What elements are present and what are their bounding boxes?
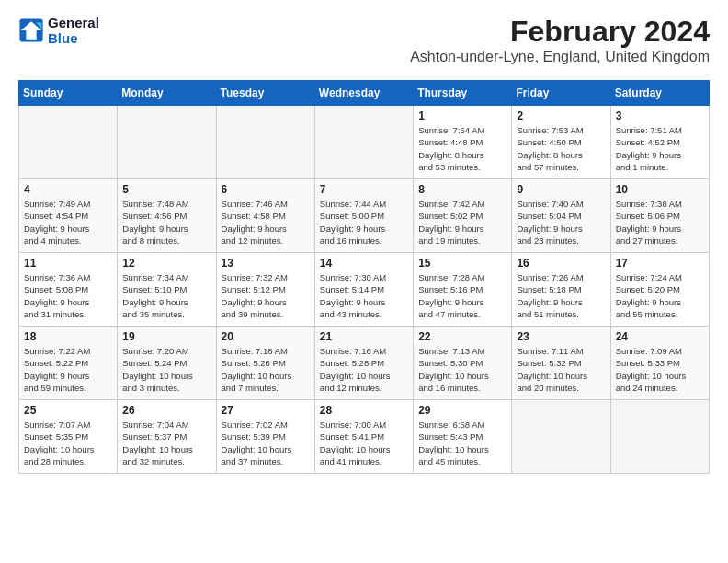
day-info: Sunrise: 7:09 AMSunset: 5:33 PMDaylight:… xyxy=(616,345,704,394)
day-info: Sunrise: 7:51 AMSunset: 4:52 PMDaylight:… xyxy=(616,124,704,173)
day-number: 5 xyxy=(122,183,210,196)
day-info: Sunrise: 7:38 AMSunset: 5:06 PMDaylight:… xyxy=(616,198,704,247)
calendar-cell: 6Sunrise: 7:46 AMSunset: 4:58 PMDaylight… xyxy=(216,179,314,253)
day-info: Sunrise: 7:48 AMSunset: 4:56 PMDaylight:… xyxy=(122,198,210,247)
week-row-1: 1Sunrise: 7:54 AMSunset: 4:48 PMDaylight… xyxy=(19,106,710,179)
logo-text: General Blue xyxy=(48,15,99,46)
calendar-title: February 2024 xyxy=(410,15,710,49)
day-info: Sunrise: 6:58 AMSunset: 5:43 PMDaylight:… xyxy=(418,419,506,467)
calendar-cell: 13Sunrise: 7:32 AMSunset: 5:12 PMDayligh… xyxy=(216,253,314,327)
day-info: Sunrise: 7:04 AMSunset: 5:37 PMDaylight:… xyxy=(122,419,210,467)
day-number: 27 xyxy=(222,404,310,417)
calendar-cell xyxy=(216,106,314,179)
day-info: Sunrise: 7:46 AMSunset: 4:58 PMDaylight:… xyxy=(222,198,310,247)
calendar-table: SundayMondayTuesdayWednesdayThursdayFrid… xyxy=(18,80,710,474)
calendar-cell: 22Sunrise: 7:13 AMSunset: 5:30 PMDayligh… xyxy=(414,327,512,400)
day-info: Sunrise: 7:36 AMSunset: 5:08 PMDaylight:… xyxy=(24,271,112,320)
calendar-cell xyxy=(118,106,216,179)
day-info: Sunrise: 7:07 AMSunset: 5:35 PMDaylight:… xyxy=(24,419,112,467)
calendar-cell: 21Sunrise: 7:16 AMSunset: 5:28 PMDayligh… xyxy=(314,327,413,400)
calendar-cell: 1Sunrise: 7:54 AMSunset: 4:48 PMDaylight… xyxy=(414,106,512,179)
calendar-cell: 29Sunrise: 6:58 AMSunset: 5:43 PMDayligh… xyxy=(414,400,512,474)
calendar-cell: 4Sunrise: 7:49 AMSunset: 4:54 PMDaylight… xyxy=(19,179,118,253)
col-header-sunday: Sunday xyxy=(19,81,118,106)
day-number: 16 xyxy=(517,257,605,270)
col-header-monday: Monday xyxy=(118,81,216,106)
day-number: 22 xyxy=(418,330,506,343)
day-number: 12 xyxy=(122,257,210,270)
calendar-cell: 16Sunrise: 7:26 AMSunset: 5:18 PMDayligh… xyxy=(512,253,610,327)
day-number: 24 xyxy=(616,330,704,343)
day-number: 23 xyxy=(517,330,605,343)
day-number: 25 xyxy=(24,404,112,417)
calendar-cell: 12Sunrise: 7:34 AMSunset: 5:10 PMDayligh… xyxy=(118,253,216,327)
calendar-cell: 5Sunrise: 7:48 AMSunset: 4:56 PMDaylight… xyxy=(118,179,216,253)
day-number: 29 xyxy=(418,404,506,417)
day-number: 3 xyxy=(616,109,704,122)
calendar-cell: 25Sunrise: 7:07 AMSunset: 5:35 PMDayligh… xyxy=(19,400,118,474)
day-number: 7 xyxy=(320,183,408,196)
calendar-cell: 15Sunrise: 7:28 AMSunset: 5:16 PMDayligh… xyxy=(414,253,512,327)
calendar-cell xyxy=(512,400,610,474)
day-number: 19 xyxy=(122,330,210,343)
day-info: Sunrise: 7:32 AMSunset: 5:12 PMDaylight:… xyxy=(222,271,310,320)
week-row-3: 11Sunrise: 7:36 AMSunset: 5:08 PMDayligh… xyxy=(19,253,710,327)
day-info: Sunrise: 7:30 AMSunset: 5:14 PMDaylight:… xyxy=(320,271,408,320)
day-number: 2 xyxy=(517,109,605,122)
day-number: 18 xyxy=(24,330,112,343)
day-info: Sunrise: 7:42 AMSunset: 5:02 PMDaylight:… xyxy=(418,198,506,247)
calendar-cell: 23Sunrise: 7:11 AMSunset: 5:32 PMDayligh… xyxy=(512,327,610,400)
calendar-cell xyxy=(19,106,118,179)
day-number: 4 xyxy=(24,183,112,196)
col-header-tuesday: Tuesday xyxy=(216,81,314,106)
calendar-cell: 26Sunrise: 7:04 AMSunset: 5:37 PMDayligh… xyxy=(118,400,216,474)
calendar-cell: 9Sunrise: 7:40 AMSunset: 5:04 PMDaylight… xyxy=(512,179,610,253)
calendar-cell: 3Sunrise: 7:51 AMSunset: 4:52 PMDaylight… xyxy=(610,106,709,179)
day-info: Sunrise: 7:18 AMSunset: 5:26 PMDaylight:… xyxy=(222,345,310,394)
calendar-cell: 2Sunrise: 7:53 AMSunset: 4:50 PMDaylight… xyxy=(512,106,610,179)
day-info: Sunrise: 7:28 AMSunset: 5:16 PMDaylight:… xyxy=(418,271,506,320)
day-info: Sunrise: 7:34 AMSunset: 5:10 PMDaylight:… xyxy=(122,271,210,320)
day-number: 13 xyxy=(222,257,310,270)
week-row-4: 18Sunrise: 7:22 AMSunset: 5:22 PMDayligh… xyxy=(19,327,710,400)
day-number: 15 xyxy=(418,257,506,270)
calendar-cell xyxy=(314,106,413,179)
logo: General Blue xyxy=(18,15,99,46)
day-info: Sunrise: 7:16 AMSunset: 5:28 PMDaylight:… xyxy=(320,345,408,394)
day-info: Sunrise: 7:02 AMSunset: 5:39 PMDaylight:… xyxy=(222,419,310,467)
day-number: 28 xyxy=(320,404,408,417)
day-info: Sunrise: 7:22 AMSunset: 5:22 PMDaylight:… xyxy=(24,345,112,394)
day-number: 20 xyxy=(222,330,310,343)
calendar-cell: 7Sunrise: 7:44 AMSunset: 5:00 PMDaylight… xyxy=(314,179,413,253)
day-number: 21 xyxy=(320,330,408,343)
col-header-friday: Friday xyxy=(512,81,610,106)
col-header-saturday: Saturday xyxy=(610,81,709,106)
day-info: Sunrise: 7:54 AMSunset: 4:48 PMDaylight:… xyxy=(418,124,506,173)
day-info: Sunrise: 7:00 AMSunset: 5:41 PMDaylight:… xyxy=(320,419,408,467)
calendar-subtitle: Ashton-under-Lyne, England, United Kingd… xyxy=(410,49,710,65)
logo-icon xyxy=(18,17,44,43)
day-info: Sunrise: 7:40 AMSunset: 5:04 PMDaylight:… xyxy=(517,198,605,247)
day-number: 10 xyxy=(616,183,704,196)
day-info: Sunrise: 7:44 AMSunset: 5:00 PMDaylight:… xyxy=(320,198,408,247)
col-header-thursday: Thursday xyxy=(414,81,512,106)
day-number: 14 xyxy=(320,257,408,270)
day-number: 6 xyxy=(222,183,310,196)
col-header-wednesday: Wednesday xyxy=(314,81,413,106)
calendar-cell: 10Sunrise: 7:38 AMSunset: 5:06 PMDayligh… xyxy=(610,179,709,253)
calendar-cell: 17Sunrise: 7:24 AMSunset: 5:20 PMDayligh… xyxy=(610,253,709,327)
day-info: Sunrise: 7:11 AMSunset: 5:32 PMDaylight:… xyxy=(517,345,605,394)
day-info: Sunrise: 7:53 AMSunset: 4:50 PMDaylight:… xyxy=(517,124,605,173)
day-info: Sunrise: 7:49 AMSunset: 4:54 PMDaylight:… xyxy=(24,198,112,247)
day-number: 1 xyxy=(418,109,506,122)
day-info: Sunrise: 7:13 AMSunset: 5:30 PMDaylight:… xyxy=(418,345,506,394)
calendar-cell: 27Sunrise: 7:02 AMSunset: 5:39 PMDayligh… xyxy=(216,400,314,474)
day-number: 8 xyxy=(418,183,506,196)
day-info: Sunrise: 7:24 AMSunset: 5:20 PMDaylight:… xyxy=(616,271,704,320)
calendar-cell: 8Sunrise: 7:42 AMSunset: 5:02 PMDaylight… xyxy=(414,179,512,253)
day-number: 17 xyxy=(616,257,704,270)
day-number: 11 xyxy=(24,257,112,270)
day-info: Sunrise: 7:20 AMSunset: 5:24 PMDaylight:… xyxy=(122,345,210,394)
calendar-cell: 20Sunrise: 7:18 AMSunset: 5:26 PMDayligh… xyxy=(216,327,314,400)
calendar-cell: 18Sunrise: 7:22 AMSunset: 5:22 PMDayligh… xyxy=(19,327,118,400)
